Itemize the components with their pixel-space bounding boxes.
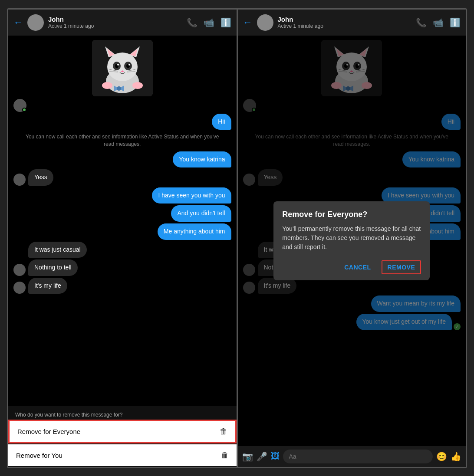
online-dot-left — [22, 108, 26, 112]
bubble-tell-left: And you didn't tell — [171, 205, 231, 222]
svg-point-15 — [128, 64, 130, 66]
msg-life-left: It's my life — [13, 278, 231, 294]
remove-you-option[interactable]: Remove for You 🗑 — [8, 444, 237, 466]
system-msg-left: You can now call each other and see info… — [22, 133, 223, 148]
header-actions-right: 📞 📹 ℹ️ — [416, 17, 461, 28]
video-icon[interactable]: 📹 — [204, 17, 214, 28]
bubble-hii-left: Hii — [212, 114, 231, 130]
dialog-remove-button[interactable]: REMOVE — [382, 260, 421, 274]
camera-icon[interactable]: 📷 — [242, 451, 253, 462]
msg-hii-left: Hii — [13, 114, 231, 130]
avatar-life-left — [13, 282, 26, 294]
contact-avatar-chat-left — [13, 99, 26, 112]
trash-icon-everyone: 🗑 — [220, 427, 227, 436]
image-icon[interactable]: 🖼 — [271, 451, 280, 461]
header-right: ← John Active 1 minute ago 📞 📹 ℹ️ — [238, 10, 466, 36]
emoji-icon[interactable]: 😊 — [436, 451, 447, 462]
dialog-title: Remove for Everyone? — [282, 210, 421, 219]
avatar-nothing-left — [13, 264, 26, 276]
bottom-area-left: Who do you want to remove this message f… — [8, 406, 237, 467]
bubble-nothing-left: Nothing to tell — [28, 259, 78, 276]
trash-icon-you: 🗑 — [221, 451, 229, 460]
thumb-icon[interactable]: 👍 — [451, 451, 461, 462]
msg-katrina-left: You know katrina — [13, 151, 231, 168]
chat-area-left: Hii You can now call each other and see … — [8, 36, 237, 406]
msg-yess-left: Yess — [13, 169, 231, 186]
panel-left: ← John Active 1 minute ago 📞 📹 ℹ️ — [8, 10, 237, 467]
msg-seen-left: I have seen you with you — [13, 187, 231, 204]
avatar-left — [27, 14, 44, 31]
header-info-left: John Active 1 minute ago — [48, 16, 182, 29]
header-info-right: John Active 1 minute ago — [278, 16, 412, 29]
dialog-actions: CANCEL REMOVE — [282, 260, 421, 274]
header-left: ← John Active 1 minute ago 📞 📹 ℹ️ — [8, 10, 237, 36]
avatar-yess-left — [13, 174, 26, 186]
panel-right: ← John Active 1 minute ago 📞 📹 ℹ️ — [237, 10, 466, 467]
contact-name-right: John — [278, 16, 412, 23]
contact-status-left: Active 1 minute ago — [48, 23, 182, 29]
phone-icon[interactable]: 📞 — [187, 17, 198, 28]
remove-dialog: Remove for Everyone? You'll permanently … — [273, 201, 430, 280]
input-bar-right: 📷 🎤 🖼 😊 👍 — [238, 446, 466, 467]
chat-area-right: Hii You can now call each other and see … — [238, 36, 466, 446]
cat-banner — [13, 40, 231, 96]
phone-icon-right[interactable]: 📞 — [416, 17, 427, 28]
dialog-cancel-button[interactable]: CANCEL — [341, 260, 374, 274]
dialog-overlay: Remove for Everyone? You'll permanently … — [238, 36, 466, 446]
cat-image — [92, 40, 153, 96]
msg-casual-left: It was just casual — [13, 242, 231, 258]
svg-point-14 — [117, 64, 119, 66]
svg-point-4 — [117, 86, 121, 91]
bubble-anything-left: Me anything about him — [158, 223, 231, 240]
remove-you-label: Remove for You — [16, 452, 63, 459]
remove-everyone-option[interactable]: Remove for Everyone 🗑 — [8, 420, 237, 443]
message-input[interactable] — [283, 450, 433, 463]
dialog-body: You'll permanently remove this message f… — [282, 224, 421, 252]
back-button-left[interactable]: ← — [13, 17, 23, 28]
header-actions-left: 📞 📹 ℹ️ — [187, 17, 231, 28]
remove-label: Who do you want to remove this message f… — [8, 409, 237, 420]
contact-status-right: Active 1 minute ago — [278, 23, 412, 29]
bubble-life-left: It's my life — [28, 278, 67, 294]
svg-point-5 — [107, 53, 138, 81]
video-icon-right[interactable]: 📹 — [433, 17, 444, 28]
svg-point-21 — [102, 82, 112, 89]
user-avatar-row-left — [13, 99, 231, 112]
info-icon-right[interactable]: ℹ️ — [450, 17, 461, 28]
bubble-seen-left: I have seen you with you — [152, 187, 231, 204]
svg-point-22 — [132, 82, 143, 89]
bubble-katrina-left: You know katrina — [173, 151, 231, 168]
avatar-right — [257, 14, 273, 31]
mic-icon[interactable]: 🎤 — [257, 451, 267, 462]
bubble-casual-left: It was just casual — [28, 242, 87, 258]
back-button-right[interactable]: ← — [243, 17, 253, 28]
info-icon[interactable]: ℹ️ — [221, 17, 231, 28]
remove-everyone-label: Remove for Everyone — [17, 428, 80, 435]
contact-name-left: John — [48, 16, 182, 23]
bubble-yess-left: Yess — [28, 169, 53, 186]
msg-tell-left: And you didn't tell — [13, 205, 231, 222]
msg-nothing-left: Nothing to tell — [13, 259, 231, 276]
msg-anything-left: Me anything about him — [13, 223, 231, 240]
